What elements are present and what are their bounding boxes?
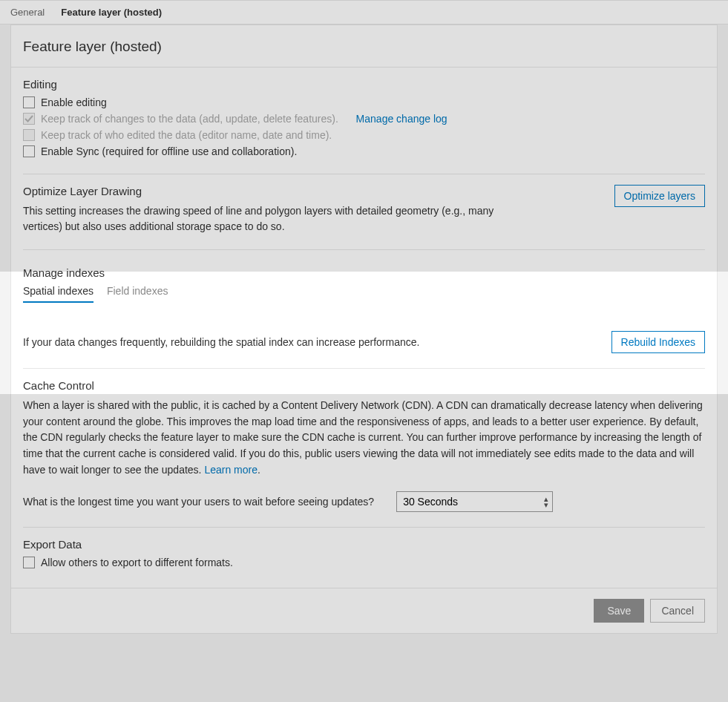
enable-editing-checkbox[interactable] [23,96,35,108]
settings-panel: Feature layer (hosted) Editing Enable ed… [10,24,718,634]
track-who-checkbox [23,129,35,141]
optimize-layers-button[interactable]: Optimize layers [614,185,705,207]
enable-sync-label: Enable Sync (required for offline use an… [41,145,297,157]
editing-title: Editing [23,78,705,91]
optimize-title: Optimize Layer Drawing [23,185,498,197]
track-who-label: Keep track of who edited the data (edito… [41,129,332,141]
tab-general[interactable]: General [10,7,45,18]
editing-section: Editing Enable editing Keep track of cha… [11,68,717,174]
learn-more-link[interactable]: Learn more [204,464,258,476]
manage-change-log-link[interactable]: Manage change log [356,113,447,125]
allow-export-checkbox[interactable] [23,557,35,568]
top-tabs: General Feature layer (hosted) [0,0,728,24]
rebuild-indexes-button[interactable]: Rebuild Indexes [611,331,705,353]
cancel-button[interactable]: Cancel [650,599,705,623]
optimize-section: Optimize Layer Drawing This setting incr… [11,174,717,249]
optimize-desc: This setting increases the drawing speed… [23,203,498,234]
tab-field-indexes[interactable]: Field indexes [107,285,168,303]
enable-editing-label: Enable editing [41,96,107,108]
enable-sync-checkbox[interactable] [23,145,35,157]
allow-export-label: Allow others to export to different form… [41,557,233,568]
track-changes-label: Keep track of changes to the data (add, … [41,113,338,125]
export-section: Export Data Allow others to export to di… [11,528,717,588]
cache-duration-select[interactable] [396,491,553,512]
cache-section: Cache Control When a layer is shared wit… [11,369,717,527]
cache-question: What is the longest time you want your u… [23,496,374,508]
export-title: Export Data [23,538,705,551]
indexes-desc: If your data changes frequently, rebuild… [23,336,419,348]
index-subtabs: Spatial indexes Field indexes [23,285,705,303]
panel-footer: Save Cancel [11,588,717,633]
cache-desc: When a layer is shared with the public, … [23,398,705,478]
panel-title: Feature layer (hosted) [11,25,717,68]
tab-feature-layer[interactable]: Feature layer (hosted) [61,7,162,18]
save-button[interactable]: Save [594,599,644,623]
tab-spatial-indexes[interactable]: Spatial indexes [23,285,94,303]
cache-title: Cache Control [23,379,705,392]
indexes-title: Manage indexes [23,266,705,279]
track-changes-checkbox [23,113,35,125]
indexes-section: Manage indexes Spatial indexes Field ind… [11,250,717,368]
